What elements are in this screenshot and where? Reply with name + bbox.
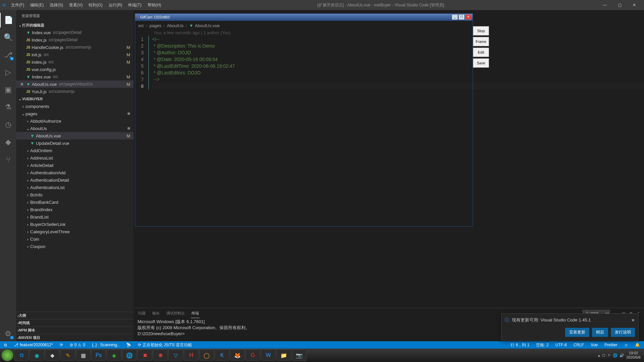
status-item[interactable]: CRLF — [572, 343, 585, 347]
breadcrumb-segment[interactable]: pages — [150, 23, 161, 28]
folder-item[interactable]: ›AbbottAuthorize — [16, 117, 133, 125]
folder-item[interactable]: ›components — [16, 103, 133, 110]
folder-item[interactable]: ›AuthenticationAdd — [16, 169, 133, 176]
taskbar-app-12[interactable]: G — [246, 350, 260, 361]
taskbar-firefox[interactable]: 🦊 — [230, 350, 245, 361]
toast-action-button[interactable]: 安装更新 — [565, 328, 589, 337]
open-editors-header[interactable]: ⌄打开的编辑器 — [16, 21, 133, 29]
open-editor-item[interactable]: ✕JSIndex.jssrc\pages\Detail — [16, 36, 133, 44]
sidebar-section-header[interactable]: › 时间线 — [16, 319, 133, 326]
folder-item[interactable]: ›AuthenticationList — [16, 184, 133, 191]
minimize-button[interactable]: ― — [598, 1, 612, 9]
panel-tab[interactable]: 调试控制台 — [166, 309, 185, 318]
folder-item[interactable]: ›BrandList — [16, 213, 133, 221]
taskbar-vscode[interactable]: ⧉ — [14, 350, 29, 361]
taskbar-app-6[interactable]: ✖ — [138, 350, 152, 361]
system-tray[interactable]: ▴ ⬡ ⚐ 🌐 🔊 19:022020/6/6 — [598, 351, 643, 360]
toast-close-icon[interactable]: ✕ — [631, 318, 635, 323]
folder-item[interactable]: ›ArticleDetail — [16, 162, 133, 169]
start-button[interactable] — [1, 349, 13, 361]
status-item[interactable]: 空格: 2 — [535, 342, 550, 348]
close-button[interactable]: ✕ — [627, 1, 641, 9]
sidebar-section-header[interactable]: › 大纲 — [16, 312, 133, 319]
test-icon[interactable]: ⚗ — [0, 100, 16, 115]
tray-network-icon[interactable]: 🌐 — [613, 353, 618, 358]
taskbar-app-1[interactable]: ◉ — [30, 350, 44, 361]
menu-item[interactable]: 运行(R) — [106, 1, 125, 9]
gifcam-stop-button[interactable]: Stop — [473, 26, 489, 36]
taskbar-app-3[interactable]: ✎ — [60, 350, 75, 361]
file-item[interactable]: ▼AboutUs.vueM — [16, 132, 133, 139]
folder-item[interactable]: ›AuthenticationDetail — [16, 176, 133, 184]
project-header[interactable]: ⌄VUEBUYER — [16, 95, 133, 103]
status-icon[interactable]: 🔔 — [634, 343, 641, 347]
folder-item[interactable]: ›BuyerOrSellerLink — [16, 221, 133, 228]
open-editor-item[interactable]: ✕▼Index.vuesrc\pages\Detail — [16, 29, 133, 36]
gifcam-titlebar[interactable]: ● GifCam 1322x802 _ □ ✕ — [135, 13, 473, 21]
code-content[interactable]: <!-- * @Description: This is Demo * @Aut… — [149, 36, 644, 89]
breadcrumb-segment[interactable]: ▼AboutUs.vue — [189, 23, 220, 28]
tray-volume-icon[interactable]: 🔊 — [620, 353, 624, 358]
code-editor[interactable]: 12345678 <!-- * @Description: This is De… — [133, 36, 644, 89]
taskbar-app-11[interactable]: K — [215, 350, 229, 361]
status-icon[interactable]: ☺ — [623, 343, 630, 347]
menu-item[interactable]: 文件(F) — [8, 1, 27, 9]
tray-icon[interactable]: ⬡ — [602, 353, 605, 358]
open-editor-item[interactable]: ✕JSYunJi.jssrc\common\js — [16, 88, 133, 95]
sidebar-section-header[interactable]: › MAVEN 项目 — [16, 334, 133, 341]
gifcam-save-button[interactable]: Save — [473, 58, 489, 68]
folder-item[interactable]: ⌄pages — [16, 110, 133, 117]
panel-tab[interactable]: 问题 — [138, 309, 146, 318]
toast-action-button[interactable]: 发行说明 — [611, 328, 635, 337]
toast-action-button[interactable]: 稍后 — [592, 328, 608, 337]
folder-item[interactable]: ›BindBankCard — [16, 198, 133, 206]
diamond-icon[interactable]: ◆ — [0, 135, 16, 149]
taskbar-app-5[interactable]: ◈ — [107, 350, 121, 361]
tray-icon[interactable]: ▴ — [598, 353, 600, 358]
open-editor-item[interactable]: ✕▼Index.vuesrcM — [16, 73, 133, 80]
scanning-status[interactable]: {..} : Scanning.. — [91, 343, 120, 347]
explorer-icon[interactable]: 📄 — [0, 13, 16, 27]
status-item[interactable]: Prettier — [603, 343, 619, 347]
panel-tab[interactable]: 终端 — [191, 309, 200, 318]
git-pr-icon[interactable]: ⑂ — [0, 152, 16, 167]
folder-item[interactable]: ⌄AboutUs — [16, 125, 133, 132]
taskbar-app-9[interactable]: H — [184, 350, 199, 361]
menu-item[interactable]: 选择(S) — [47, 1, 66, 9]
taskbar-app-10[interactable]: ◯ — [199, 350, 214, 361]
breadcrumb[interactable]: src›pages›AboutUs›▼AboutUs.vue — [133, 21, 644, 29]
sync-icon[interactable]: ⟳ — [58, 343, 64, 347]
menu-item[interactable]: 编辑(E) — [28, 1, 46, 9]
taskbar-gifcam[interactable]: 📷 — [292, 350, 307, 361]
gifcam-edit-button[interactable]: Edit — [473, 48, 489, 57]
taskbar-app-4[interactable]: ▦ — [76, 350, 91, 361]
file-item[interactable]: ▼UpdateDetail.vue — [16, 139, 133, 147]
branch-status[interactable]: ⎇ feature/20200612* — [12, 343, 54, 347]
open-editor-item[interactable]: ✕JSvue.config.js — [16, 66, 133, 73]
taskbar-chrome[interactable]: 🌐 — [122, 350, 137, 361]
menu-item[interactable]: 转到(G) — [86, 1, 105, 9]
gifcam-max-button[interactable]: □ — [459, 14, 465, 20]
open-editor-item[interactable]: ✕▼AboutUs.vuesrc\pages\AboutUsM — [16, 80, 133, 88]
extensions-icon[interactable]: ▣ — [0, 82, 16, 97]
compass-icon[interactable]: ◷ — [0, 117, 16, 132]
menu-item[interactable]: 帮助(H) — [145, 1, 164, 9]
taskbar-explorer[interactable]: 📁 — [276, 350, 291, 361]
open-editor-item[interactable]: ✕JSHandleCookie.jssrc\common\jsM — [16, 44, 133, 51]
taskbar-app-8[interactable]: ▽ — [168, 350, 183, 361]
taskbar-app-2[interactable]: ◆ — [45, 350, 60, 361]
taskbar-app-7[interactable]: ❋ — [153, 350, 168, 361]
gifcam-min-button[interactable]: _ — [452, 14, 458, 20]
status-item[interactable]: UTF-8 — [554, 343, 568, 347]
run-debug-icon[interactable]: ▷ — [0, 65, 16, 80]
menu-item[interactable]: 查看(V) — [66, 1, 85, 9]
status-item[interactable]: Vue — [589, 343, 599, 347]
problems-status[interactable]: ⊘ 0 ⚠ 0 — [68, 343, 87, 347]
folder-item[interactable]: ›Coupon — [16, 243, 133, 250]
sidebar-section-header[interactable]: › NPM 脚本 — [16, 326, 133, 334]
folder-item[interactable]: ›BcInfo — [16, 191, 133, 198]
menu-item[interactable]: 终端(T) — [125, 1, 144, 9]
folder-item[interactable]: ›Coin — [16, 235, 133, 243]
status-item[interactable]: 行 8，列 1 — [509, 342, 531, 348]
folder-item[interactable]: ›CategoryLevelThree — [16, 228, 133, 235]
